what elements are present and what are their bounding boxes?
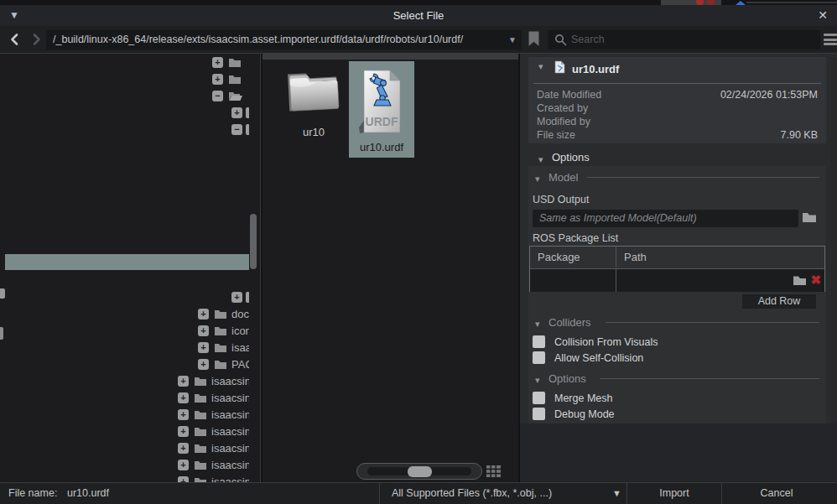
tree-item[interactable]: + xyxy=(212,71,249,88)
section-rule xyxy=(587,177,819,178)
forward-button[interactable] xyxy=(29,32,44,47)
options-menu-button[interactable] xyxy=(824,34,837,45)
expand-box-icon[interactable]: + xyxy=(178,426,189,437)
grid-item-file-selected[interactable]: URDF ur10.urdf xyxy=(349,61,414,158)
package-cell-input[interactable] xyxy=(530,269,616,292)
model-section-header[interactable]: Model xyxy=(548,171,578,184)
bookmark-icon xyxy=(528,31,540,47)
expand-box-icon[interactable]: + xyxy=(178,476,189,482)
grid-item-folder[interactable]: ur10 xyxy=(280,65,347,150)
path-input[interactable]: /_build/linux-x86_64/release/exts/isaacs… xyxy=(46,30,522,49)
thumbnail-size-slider[interactable] xyxy=(356,463,482,480)
path-dropdown-icon[interactable]: ▼ xyxy=(508,30,517,49)
column-header-path[interactable]: Path xyxy=(616,247,824,268)
detail-row: Date Modified02/24/2026 01:53PM xyxy=(528,88,826,101)
expand-box-icon[interactable]: + xyxy=(198,342,209,353)
checkbox-label: Merge Mesh xyxy=(554,392,612,404)
tree-item-label: icon xyxy=(231,323,249,340)
collapse-icon[interactable]: ▾ xyxy=(535,174,540,184)
path-text: /_build/linux-x86_64/release/exts/isaacs… xyxy=(53,30,502,49)
tree-scrollbar-thumb[interactable] xyxy=(250,214,257,269)
browse-folder-icon[interactable] xyxy=(802,211,817,226)
detail-row: Modified by xyxy=(528,115,826,128)
section-rule xyxy=(606,322,819,323)
dialog-titlebar: ▼ Select File ✕ xyxy=(0,5,837,26)
expand-box-icon[interactable]: + xyxy=(212,57,223,68)
checkbox[interactable] xyxy=(533,408,545,420)
expand-box-icon[interactable]: + xyxy=(198,309,209,320)
tree-item[interactable]: +icon xyxy=(198,323,249,340)
grid-panel-header-strip xyxy=(263,54,518,60)
grid-view-toggle[interactable] xyxy=(486,465,502,481)
tree-item[interactable]: +isaacsin xyxy=(178,423,249,440)
cancel-button[interactable]: Cancel xyxy=(722,483,831,504)
tree-item[interactable]: +isaacsin xyxy=(178,440,249,457)
browse-folder-icon[interactable] xyxy=(793,275,807,286)
detail-label: Date Modified xyxy=(537,88,601,101)
forward-icon xyxy=(29,32,44,47)
usd-output-field[interactable]: Same as Imported Model(Default) xyxy=(533,210,798,227)
search-input[interactable]: Search xyxy=(548,30,820,49)
tree-item[interactable]: + xyxy=(231,289,249,306)
tree-item[interactable]: +isaacsin xyxy=(178,373,249,390)
back-button[interactable] xyxy=(8,32,23,47)
tree-item[interactable]: +doc xyxy=(198,306,249,323)
tree-item-label: PAC xyxy=(231,356,249,373)
tree-item-label: doc xyxy=(231,306,249,323)
tree-item[interactable]: + xyxy=(231,105,249,122)
path-cell-input[interactable]: ✖ xyxy=(616,269,824,292)
folder-icon xyxy=(194,427,207,437)
close-icon[interactable]: ✕ xyxy=(814,5,832,26)
options-section-header[interactable]: Options xyxy=(552,151,590,164)
colliders-checkboxes: Collision From VisualsAllow Self-Collisi… xyxy=(533,334,818,366)
tree-item[interactable]: − xyxy=(212,88,249,105)
colliders-section-header[interactable]: Colliders xyxy=(548,316,591,329)
expand-box-icon[interactable]: + xyxy=(212,74,223,85)
tree-item[interactable]: +isaacsin xyxy=(178,390,249,407)
import-button[interactable]: Import xyxy=(627,483,721,504)
checkbox[interactable] xyxy=(533,392,545,404)
tree-item-label: isaa xyxy=(231,340,249,356)
collapse-box-icon[interactable]: − xyxy=(212,91,223,101)
tree-item[interactable]: +isaacsin xyxy=(178,474,249,482)
slider-thumb[interactable] xyxy=(408,466,432,477)
tree-item[interactable]: +isaacsin xyxy=(178,457,249,474)
expand-box-icon[interactable]: + xyxy=(178,409,189,420)
bookmark-button[interactable] xyxy=(528,31,540,49)
expand-box-icon[interactable]: + xyxy=(178,392,189,403)
collapse-icon[interactable]: ▾ xyxy=(538,61,543,72)
folder-open-icon xyxy=(228,91,243,101)
expand-box-icon[interactable]: + xyxy=(231,292,242,303)
expand-box-icon[interactable]: + xyxy=(198,359,209,370)
expand-box-icon[interactable]: + xyxy=(231,107,242,118)
collapse-icon[interactable]: ▾ xyxy=(538,154,543,165)
collapse-box-icon[interactable]: − xyxy=(231,124,242,135)
tree-item[interactable]: + xyxy=(212,55,249,71)
tree-item[interactable]: +PAC xyxy=(198,356,249,373)
folder-icon xyxy=(214,360,227,370)
delete-row-icon[interactable]: ✖ xyxy=(810,273,821,288)
add-row-button[interactable]: Add Row xyxy=(742,294,816,309)
filter-dropdown-icon[interactable]: ▼ xyxy=(612,483,621,504)
checkbox[interactable] xyxy=(533,335,545,348)
import-options-frame: ▾ Model USD Output Same as Imported Mode… xyxy=(528,166,826,423)
expand-box-icon[interactable]: + xyxy=(178,443,189,454)
checkbox[interactable] xyxy=(533,351,545,364)
column-header-package[interactable]: Package xyxy=(530,247,616,268)
clipped-icon-fragment xyxy=(0,327,3,340)
file-type-filter[interactable]: All Supported Files (*.fbx, *.obj, ...) xyxy=(392,483,552,504)
collapse-icon[interactable]: ▾ xyxy=(535,375,540,386)
tree-item[interactable]: +isaa xyxy=(198,340,249,356)
usd-output-label: USD Output xyxy=(533,194,589,205)
options2-section-header[interactable]: Options xyxy=(548,372,586,385)
collapse-icon[interactable]: ▾ xyxy=(535,319,540,330)
tree-item[interactable]: − xyxy=(231,122,249,138)
tree-item[interactable]: +isaacsin xyxy=(178,407,249,423)
folder-icon xyxy=(228,75,242,85)
detail-label: File size xyxy=(537,128,575,142)
expand-box-icon[interactable]: + xyxy=(178,376,189,387)
expand-box-icon[interactable]: + xyxy=(178,460,189,470)
tree-item-label: isaacsin xyxy=(211,373,249,390)
expand-box-icon[interactable]: + xyxy=(198,325,209,336)
file-name-input[interactable]: ur10.urdf xyxy=(67,483,109,504)
